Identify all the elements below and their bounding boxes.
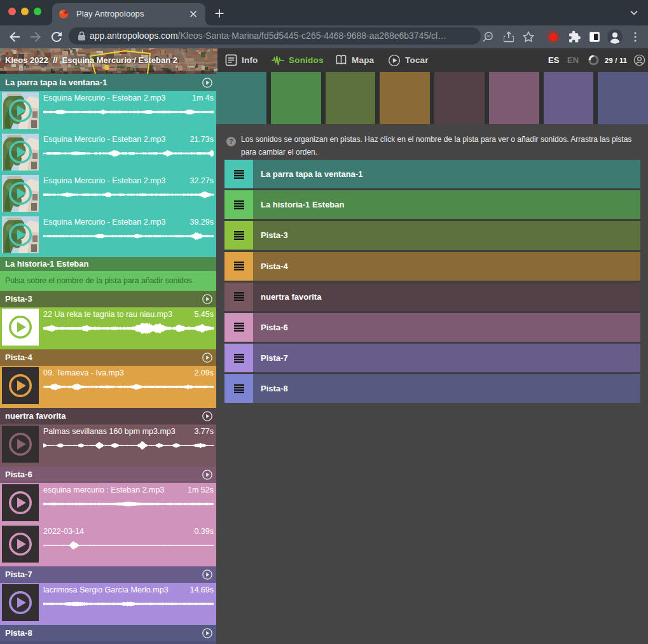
svg-text:?: ? xyxy=(229,138,233,145)
